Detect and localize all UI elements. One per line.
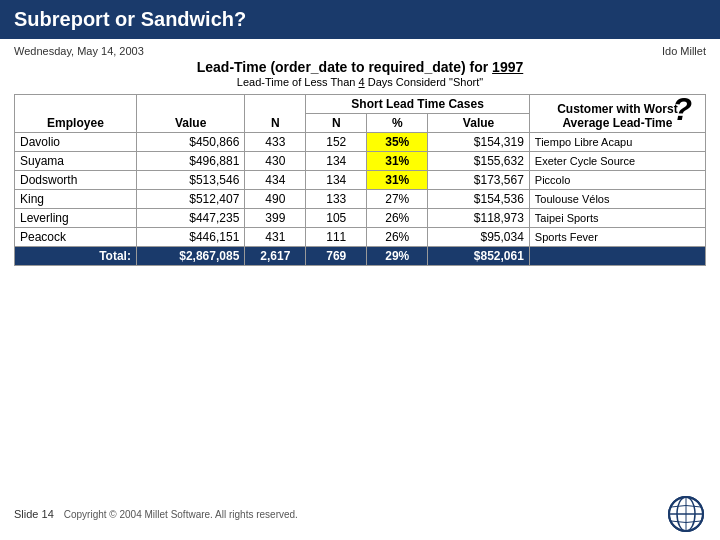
cell-customer: Toulouse Vélos bbox=[529, 190, 705, 209]
content-area: Wednesday, May 14, 2003 Ido Millet Lead-… bbox=[0, 39, 720, 272]
cell-value: $450,866 bbox=[136, 133, 244, 152]
cell-value: $447,235 bbox=[136, 209, 244, 228]
cell-slt-value: $155,632 bbox=[428, 152, 530, 171]
cell-customer: Taipei Sports bbox=[529, 209, 705, 228]
cell-slt-value: $95,034 bbox=[428, 228, 530, 247]
cell-employee: Davolio bbox=[15, 133, 137, 152]
cell-employee: King bbox=[15, 190, 137, 209]
cell-customer: Sports Fever bbox=[529, 228, 705, 247]
data-table: Employee Value N Short Lead Time Cases C… bbox=[14, 94, 706, 266]
page-footer: Slide 14 Copyright © 2004 Millet Softwar… bbox=[0, 494, 720, 534]
cell-n: 430 bbox=[245, 152, 306, 171]
cell-slt-n: 105 bbox=[306, 209, 367, 228]
cell-customer: Exeter Cycle Source bbox=[529, 152, 705, 171]
col-header-n: N bbox=[245, 95, 306, 133]
report-meta: Wednesday, May 14, 2003 Ido Millet bbox=[14, 45, 706, 57]
cell-n: 399 bbox=[245, 209, 306, 228]
copyright-text: Copyright © 2004 Millet Software. All ri… bbox=[64, 509, 298, 520]
page-title: Subreport or Sandwich? bbox=[14, 8, 246, 31]
total-n: 2,617 bbox=[245, 247, 306, 266]
table-row: Davolio $450,866 433 152 35% $154,319 Ti… bbox=[15, 133, 706, 152]
total-row: Total: $2,867,085 2,617 769 29% $852,061 bbox=[15, 247, 706, 266]
total-label: Total: bbox=[15, 247, 137, 266]
subtitle-rest: Days Considerd "Short" bbox=[365, 76, 483, 88]
report-date: Wednesday, May 14, 2003 bbox=[14, 45, 144, 57]
table-row: Peacock $446,151 431 111 26% $95,034 Spo… bbox=[15, 228, 706, 247]
slide-label: Slide 14 bbox=[14, 508, 54, 520]
total-slt-n: 769 bbox=[306, 247, 367, 266]
cell-slt-value: $118,973 bbox=[428, 209, 530, 228]
cell-slt-n: 111 bbox=[306, 228, 367, 247]
total-value: $2,867,085 bbox=[136, 247, 244, 266]
cell-slt-value: $154,536 bbox=[428, 190, 530, 209]
cell-employee: Peacock bbox=[15, 228, 137, 247]
cell-slt-value: $173,567 bbox=[428, 171, 530, 190]
total-customer bbox=[529, 247, 705, 266]
cell-employee: Dodsworth bbox=[15, 171, 137, 190]
cell-value: $513,546 bbox=[136, 171, 244, 190]
cell-slt-pct: 31% bbox=[367, 171, 428, 190]
cell-slt-value: $154,319 bbox=[428, 133, 530, 152]
cell-slt-pct: 26% bbox=[367, 228, 428, 247]
report-title-year: 1997 bbox=[492, 59, 523, 75]
table-row: Dodsworth $513,546 434 134 31% $173,567 … bbox=[15, 171, 706, 190]
report-title: Lead-Time (order_date to required_date) … bbox=[14, 59, 706, 75]
cell-n: 434 bbox=[245, 171, 306, 190]
footer-logo bbox=[666, 494, 706, 534]
table-row: King $512,407 490 133 27% $154,536 Toulo… bbox=[15, 190, 706, 209]
col-header-value: Value bbox=[136, 95, 244, 133]
report-title-text: Lead-Time (order_date to required_date) … bbox=[197, 59, 492, 75]
table-header-row-1: Employee Value N Short Lead Time Cases C… bbox=[15, 95, 706, 114]
cell-slt-n: 152 bbox=[306, 133, 367, 152]
cell-value: $496,881 bbox=[136, 152, 244, 171]
cell-value: $446,151 bbox=[136, 228, 244, 247]
cell-employee: Leverling bbox=[15, 209, 137, 228]
cell-value: $512,407 bbox=[136, 190, 244, 209]
cell-slt-pct: 35% bbox=[367, 133, 428, 152]
cell-employee: Suyama bbox=[15, 152, 137, 171]
total-slt-value: $852,061 bbox=[428, 247, 530, 266]
col-header-slt-n: N bbox=[306, 114, 367, 133]
cell-slt-pct: 26% bbox=[367, 209, 428, 228]
cell-n: 431 bbox=[245, 228, 306, 247]
table-row: Suyama $496,881 430 134 31% $155,632 Exe… bbox=[15, 152, 706, 171]
table-body: Davolio $450,866 433 152 35% $154,319 Ti… bbox=[15, 133, 706, 247]
col-header-employee: Employee bbox=[15, 95, 137, 133]
cell-slt-pct: 31% bbox=[367, 152, 428, 171]
col-header-slt-value: Value bbox=[428, 114, 530, 133]
cell-slt-n: 134 bbox=[306, 171, 367, 190]
cell-n: 490 bbox=[245, 190, 306, 209]
table-row: Leverling $447,235 399 105 26% $118,973 … bbox=[15, 209, 706, 228]
cell-slt-n: 134 bbox=[306, 152, 367, 171]
total-slt-pct: 29% bbox=[367, 247, 428, 266]
cell-customer: Tiempo Libre Acapu bbox=[529, 133, 705, 152]
col-header-slt-pct: % bbox=[367, 114, 428, 133]
question-mark-decoration: ? bbox=[672, 91, 692, 128]
table-footer: Total: $2,867,085 2,617 769 29% $852,061 bbox=[15, 247, 706, 266]
subtitle-text: Lead-Time of Less Than bbox=[237, 76, 359, 88]
col-header-slt-group: Short Lead Time Cases bbox=[306, 95, 530, 114]
report-subtitle: Lead-Time of Less Than 4 Days Considerd … bbox=[14, 76, 706, 88]
cell-slt-n: 133 bbox=[306, 190, 367, 209]
page-header: Subreport or Sandwich? bbox=[0, 0, 720, 39]
report-author: Ido Millet bbox=[662, 45, 706, 57]
globe-icon bbox=[666, 494, 706, 534]
cell-slt-pct: 27% bbox=[367, 190, 428, 209]
cell-n: 433 bbox=[245, 133, 306, 152]
cell-customer: Piccolo bbox=[529, 171, 705, 190]
